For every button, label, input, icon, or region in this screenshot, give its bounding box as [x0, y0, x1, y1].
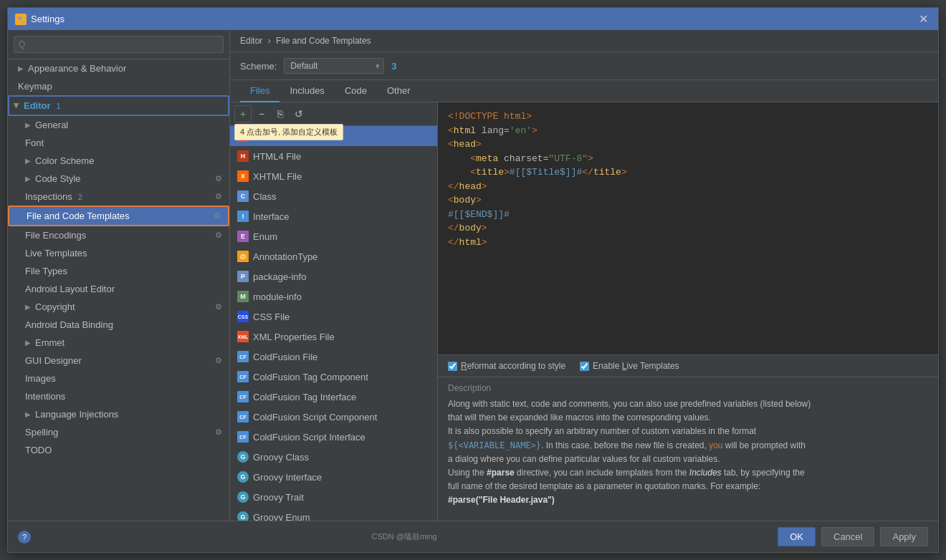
search-input[interactable] — [14, 36, 224, 53]
template-item-coldfusion-file[interactable]: CF ColdFusion File — [230, 347, 437, 367]
chevron-right-icon: ▶ — [25, 339, 31, 347]
sidebar-item-general[interactable]: ▶ General — [8, 116, 229, 134]
template-item-xml-properties[interactable]: XML XML Properties File — [230, 327, 437, 347]
close-button[interactable]: ✕ — [916, 12, 931, 26]
template-item-xhtml-file[interactable]: X XHTML File — [230, 166, 437, 186]
step-badge: 3 — [391, 61, 396, 72]
chevron-right-icon: ▶ — [25, 157, 31, 165]
groovy-icon: G — [237, 511, 249, 521]
sidebar-item-file-encodings[interactable]: File Encodings ⚙ — [8, 226, 229, 244]
inspections-badge: 2 — [78, 193, 82, 201]
scheme-select-wrapper: Default Project — [284, 58, 384, 74]
template-label: Class — [253, 191, 277, 202]
tab-files[interactable]: Files — [240, 80, 280, 102]
scheme-select[interactable]: Default Project — [284, 58, 384, 74]
sidebar-item-live-templates[interactable]: Live Templates — [8, 244, 229, 262]
sidebar-item-spelling[interactable]: Spelling ⚙ — [8, 423, 229, 441]
ok-button[interactable]: OK — [778, 527, 816, 546]
groovy-icon: G — [237, 451, 249, 463]
breadcrumb-editor: Editor — [240, 36, 262, 46]
live-templates-checkbox-label[interactable]: Enable Live Templates — [580, 361, 679, 371]
breadcrumb-separator: › — [268, 36, 273, 46]
sidebar-item-label: File Encodings — [25, 230, 86, 241]
reset-template-button[interactable]: ↺ — [290, 105, 307, 122]
sidebar-item-todo[interactable]: TODO — [8, 441, 229, 459]
template-label: Enum — [253, 231, 277, 242]
sidebar-item-label: File and Code Templates — [27, 211, 130, 221]
sidebar-item-copyright[interactable]: ▶ Copyright ⚙ — [8, 298, 229, 316]
editor-panel: <!DOCTYPE html> <html lang='en'> <head> … — [438, 102, 938, 521]
template-item-css-file[interactable]: CSS CSS File — [230, 306, 437, 327]
sidebar-item-file-and-code-templates[interactable]: File and Code Templates ⚙ — [8, 206, 229, 226]
tab-code[interactable]: Code — [335, 80, 377, 102]
template-item-html4-file[interactable]: H HTML4 File — [230, 146, 437, 166]
live-templates-checkbox[interactable] — [580, 362, 589, 371]
chevron-right-icon: ▶ — [25, 410, 31, 418]
code-editor[interactable]: <!DOCTYPE html> <html lang='en'> <head> … — [438, 102, 938, 354]
sidebar-item-label: Android Layout Editor — [25, 284, 115, 294]
breadcrumb-current: File and Code Templates — [276, 36, 371, 46]
sidebar-item-font[interactable]: Font — [8, 134, 229, 152]
sidebar-item-images[interactable]: Images — [8, 370, 229, 387]
cf-icon: CF — [237, 371, 249, 382]
copy-template-button[interactable]: ⎘ — [272, 105, 289, 122]
template-item-enum[interactable]: E Enum — [230, 226, 437, 246]
tab-includes[interactable]: Includes — [280, 80, 334, 102]
template-item-package-info[interactable]: P package-info — [230, 266, 437, 286]
template-item-groovy-trait[interactable]: G Groovy Trait — [230, 487, 437, 507]
cancel-button[interactable]: Cancel — [821, 527, 874, 546]
dialog-body: ▶ Appearance & Behavior Keymap ▶ Editor … — [8, 30, 938, 521]
watermark: CSDN @嗑鼓ming — [371, 531, 436, 542]
sidebar-item-keymap[interactable]: Keymap — [8, 77, 229, 95]
groovy-icon: G — [237, 491, 249, 503]
sidebar-item-appearance[interactable]: ▶ Appearance & Behavior — [8, 59, 229, 77]
cf-icon: CF — [237, 431, 249, 443]
template-item-module-info[interactable]: M module-info — [230, 286, 437, 306]
template-label: CSS File — [253, 312, 290, 322]
main-content: Editor › File and Code Templates Scheme:… — [230, 30, 938, 521]
template-item-groovy-enum[interactable]: G Groovy Enum — [230, 507, 437, 521]
sidebar-item-gui-designer[interactable]: GUI Designer ⚙ — [8, 352, 229, 370]
sidebar-item-color-scheme[interactable]: ▶ Color Scheme — [8, 152, 229, 170]
settings-icon: ⚙ — [215, 356, 222, 365]
add-template-button[interactable]: + — [234, 105, 252, 122]
sidebar-item-label: Live Templates — [25, 248, 87, 259]
tab-other[interactable]: Other — [377, 80, 421, 102]
sidebar-item-label: Keymap — [18, 81, 52, 92]
search-box — [8, 30, 229, 59]
remove-template-button[interactable]: − — [253, 105, 270, 122]
template-list-panel: + 4 点击加号, 添加自定义模板 − ⎘ ↺ H HTML File — [230, 102, 438, 521]
reformat-checkbox[interactable] — [448, 362, 457, 371]
template-item-annotation-type[interactable]: @ AnnotationType — [230, 246, 437, 266]
cf-icon: CF — [237, 391, 249, 402]
sidebar-item-android-data-binding[interactable]: Android Data Binding — [8, 316, 229, 334]
sidebar-item-label: Language Injections — [35, 409, 118, 420]
sidebar-item-label: Intentions — [25, 391, 65, 402]
sidebar-item-android-layout-editor[interactable]: Android Layout Editor — [8, 280, 229, 298]
template-item-coldfusion-script-interface[interactable]: CF ColdFusion Script Interface — [230, 427, 437, 447]
template-item-groovy-class[interactable]: G Groovy Class — [230, 447, 437, 467]
sidebar-item-emmet[interactable]: ▶ Emmet — [8, 334, 229, 352]
template-label: Interface — [253, 211, 290, 222]
template-label: ColdFusion Script Component — [253, 412, 377, 423]
reformat-checkbox-label[interactable]: Reformat according to style — [448, 361, 565, 371]
sidebar-item-editor[interactable]: ▶ Editor 1 — [8, 95, 229, 116]
template-label: ColdFusion Tag Component — [253, 372, 368, 382]
template-item-interface[interactable]: I Interface — [230, 206, 437, 226]
settings-icon: ⚙ — [215, 302, 222, 312]
sidebar-item-code-style[interactable]: ▶ Code Style ⚙ — [8, 170, 229, 188]
template-item-class[interactable]: C Class — [230, 186, 437, 206]
sidebar-item-inspections[interactable]: Inspections 2 ⚙ — [8, 188, 229, 206]
template-item-coldfusion-script-component[interactable]: CF ColdFusion Script Component — [230, 407, 437, 427]
sidebar-item-file-types[interactable]: File Types — [8, 262, 229, 280]
sidebar-item-intentions[interactable]: Intentions — [8, 387, 229, 405]
template-toolbar: + 4 点击加号, 添加自定义模板 − ⎘ ↺ — [230, 102, 437, 126]
template-item-coldfusion-tag-interface[interactable]: CF ColdFusion Tag Interface — [230, 387, 437, 407]
help-icon[interactable]: ? — [18, 531, 31, 544]
apply-button[interactable]: Apply — [880, 527, 928, 546]
template-item-groovy-interface[interactable]: G Groovy Interface — [230, 467, 437, 487]
template-item-coldfusion-tag-component[interactable]: CF ColdFusion Tag Component — [230, 367, 437, 387]
sidebar-item-label: Spelling — [25, 427, 58, 438]
html4-file-icon: H — [237, 150, 249, 162]
sidebar-item-language-injections[interactable]: ▶ Language Injections — [8, 405, 229, 423]
